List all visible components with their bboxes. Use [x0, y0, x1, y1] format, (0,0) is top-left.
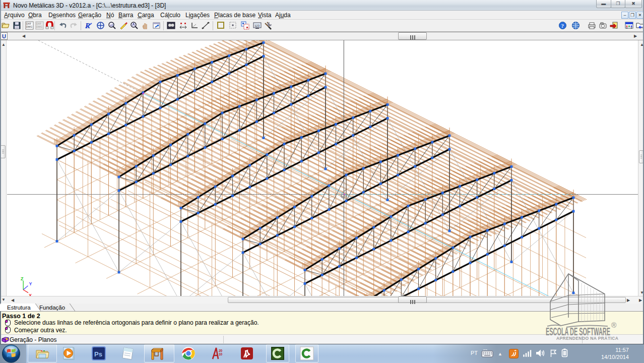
svg-text:Y: Y	[29, 281, 32, 286]
svg-text:?: ?	[561, 23, 564, 29]
svg-text:x2: x2	[110, 24, 113, 27]
svg-text:DWG: DWG	[26, 25, 32, 28]
svg-text:R: R	[85, 22, 90, 30]
svg-text:20: 20	[219, 349, 223, 352]
svg-text:123: 123	[254, 24, 260, 27]
svg-text:DWG: DWG	[36, 25, 42, 28]
svg-text:Ps: Ps	[94, 350, 102, 358]
svg-text:®: ®	[611, 321, 617, 329]
svg-text:Z: Z	[21, 276, 24, 281]
svg-text:10: 10	[219, 352, 223, 356]
